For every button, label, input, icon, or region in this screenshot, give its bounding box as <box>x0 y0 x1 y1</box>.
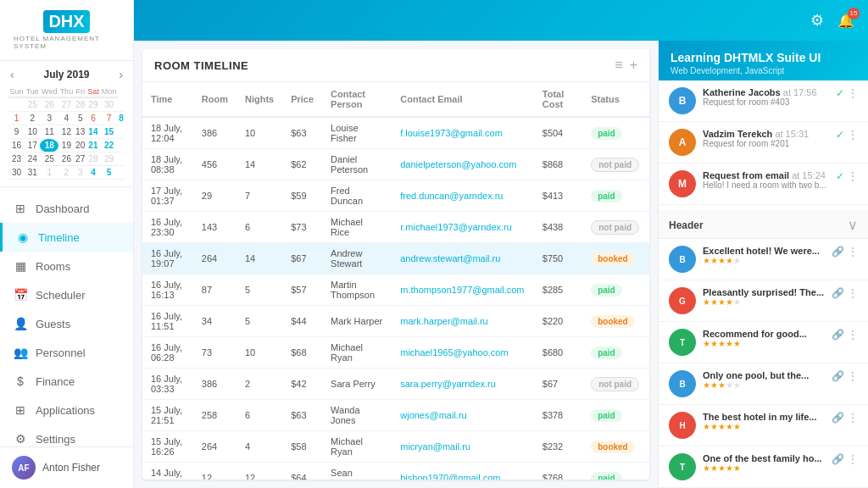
cal-day[interactable]: 14 <box>86 125 101 139</box>
cal-day[interactable]: 28 <box>86 152 101 166</box>
email-link[interactable]: f.louise1973@gmail.com <box>400 128 503 138</box>
cal-day[interactable]: 2 <box>25 112 40 125</box>
cal-day[interactable]: 29 <box>100 152 118 166</box>
cal-day[interactable]: 5 <box>75 112 86 125</box>
email-link[interactable]: mark.harper@mail.ru <box>400 316 487 326</box>
message-check-button[interactable]: ✓ <box>836 170 844 182</box>
sidebar-item-scheduler[interactable]: 📅 Scheduler <box>0 280 133 309</box>
sidebar-item-dashboard[interactable]: ⊞ Dashboard <box>0 194 133 223</box>
table-row[interactable]: 18 July, 08:38 456 14 $62 Daniel Peterso… <box>142 149 649 180</box>
sidebar-item-rooms[interactable]: ▦ Rooms <box>0 252 133 280</box>
cal-day[interactable]: 19 <box>58 139 75 152</box>
message-more-button[interactable]: ⋮ <box>848 129 858 141</box>
review-more-button[interactable]: ⋮ <box>848 370 858 382</box>
cal-day[interactable]: 13 <box>75 125 86 139</box>
cal-day[interactable]: 29 <box>86 97 101 112</box>
notifications-icon[interactable]: 🔔 15 <box>837 13 854 29</box>
table-row[interactable]: 16 July, 06:28 73 10 $68 Michael Ryan mi… <box>142 337 649 369</box>
cal-day[interactable]: 7 <box>100 112 118 125</box>
message-item[interactable]: B Katherine Jacobs at 17:56 Request for … <box>659 80 868 122</box>
sidebar-item-applications[interactable]: ⊞ Applications <box>0 396 133 424</box>
review-item[interactable]: B Excellent hotel! We were... ★★★★★ 🔗 ⋮ <box>659 239 868 280</box>
email-link[interactable]: micryan@mail.ru <box>400 441 470 452</box>
email-link[interactable]: danielpeterson@yahoo.com <box>400 159 516 169</box>
message-more-button[interactable]: ⋮ <box>848 170 858 182</box>
table-row[interactable]: 16 July, 11:51 34 5 $44 Mark Harper mark… <box>142 306 649 337</box>
settings-header-icon[interactable]: ⚙ <box>810 11 824 30</box>
sidebar-item-personnel[interactable]: 👥 Personnel <box>0 338 133 367</box>
email-link[interactable]: wjones@mail.ru <box>400 410 466 420</box>
cal-day[interactable]: 2 <box>58 166 75 180</box>
review-item[interactable]: T Recommend for good... ★★★★★ 🔗 ⋮ <box>659 322 868 363</box>
email-link[interactable]: sara.perry@yarndex.ru <box>400 379 496 389</box>
cal-day[interactable]: 20 <box>75 139 86 152</box>
cal-day[interactable]: 30 <box>100 97 118 112</box>
table-row[interactable]: 18 July, 12:04 386 10 $63 Louise Fisher … <box>142 117 649 149</box>
review-item[interactable]: H The best hotel in my life... ★★★★★ 🔗 ⋮ <box>659 405 868 446</box>
cal-next-button[interactable]: › <box>117 68 125 81</box>
cal-day[interactable]: 23 <box>8 152 25 166</box>
cal-day[interactable]: 3 <box>40 112 58 125</box>
cal-day[interactable]: 27 <box>58 97 75 112</box>
cal-day[interactable]: 4 <box>86 166 101 180</box>
email-link[interactable]: fred.duncan@yarndex.ru <box>400 191 503 201</box>
cal-day[interactable]: 1 <box>40 166 58 180</box>
cal-day[interactable] <box>8 97 25 112</box>
add-button[interactable]: + <box>630 58 637 73</box>
user-area[interactable]: AF Anton Fisher <box>0 446 133 488</box>
email-link[interactable]: r.michael1973@yarndex.ru <box>400 222 512 232</box>
table-row[interactable]: 16 July, 03:33 386 2 $42 Sara Perry sara… <box>142 369 649 400</box>
cal-day[interactable]: 12 <box>58 125 75 139</box>
review-link-button[interactable]: 🔗 <box>832 453 844 465</box>
cal-day[interactable]: 17 <box>25 139 40 152</box>
cal-day[interactable]: 25 <box>25 97 40 112</box>
table-row[interactable]: 16 July, 19:07 264 14 $67 Andrew Stewart… <box>142 243 649 274</box>
email-link[interactable]: andrew.stewart@mail.ru <box>400 253 500 263</box>
review-link-button[interactable]: 🔗 <box>832 329 844 341</box>
cal-day[interactable]: 22 <box>100 139 118 152</box>
review-item[interactable]: G Pleasantly surprised! The... ★★★★★ 🔗 ⋮ <box>659 280 868 322</box>
message-item[interactable]: M Request from email at 15:24 Hello! I n… <box>659 164 868 205</box>
email-link[interactable]: bishop1970@gmail.com <box>400 473 500 480</box>
review-more-button[interactable]: ⋮ <box>848 412 858 424</box>
cal-day[interactable]: 21 <box>86 139 101 152</box>
cal-day[interactable]: 15 <box>100 125 118 139</box>
cal-day[interactable]: 30 <box>8 166 25 180</box>
cal-day[interactable]: 8 <box>118 112 125 125</box>
cal-day[interactable]: 26 <box>40 97 58 112</box>
cal-day[interactable]: 1 <box>8 112 25 125</box>
cal-day[interactable]: 9 <box>8 125 25 139</box>
table-row[interactable]: 16 July, 16:13 87 5 $57 Martin Thompson … <box>142 274 649 306</box>
review-item[interactable]: B Only one pool, but the... ★★★★★ 🔗 ⋮ <box>659 363 868 405</box>
review-item[interactable]: T One of the best family ho... ★★★★★ 🔗 ⋮ <box>659 446 868 488</box>
cal-day[interactable]: 4 <box>58 112 75 125</box>
cal-day[interactable]: 18 <box>40 139 58 152</box>
cal-prev-button[interactable]: ‹ <box>8 68 16 81</box>
review-link-button[interactable]: 🔗 <box>832 412 844 424</box>
cal-day[interactable]: 25 <box>40 152 58 166</box>
cal-day[interactable]: 11 <box>40 125 58 139</box>
cal-day[interactable]: 10 <box>25 125 40 139</box>
table-row[interactable]: 15 July, 16:26 264 4 $58 Michael Ryan mi… <box>142 431 649 463</box>
message-check-button[interactable]: ✓ <box>836 129 844 141</box>
review-link-button[interactable]: 🔗 <box>832 287 844 299</box>
review-more-button[interactable]: ⋮ <box>848 287 858 299</box>
sidebar-item-settings[interactable]: ⚙ Settings <box>0 424 133 446</box>
cal-day[interactable]: 26 <box>58 152 75 166</box>
email-link[interactable]: michael1965@yahoo.com <box>400 347 508 358</box>
cal-day[interactable]: 24 <box>25 152 40 166</box>
sidebar-item-finance[interactable]: $ Finance <box>0 367 133 396</box>
cal-day[interactable]: 16 <box>8 139 25 152</box>
review-more-button[interactable]: ⋮ <box>848 453 858 465</box>
sidebar-item-guests[interactable]: 👤 Guests <box>0 309 133 338</box>
cal-day[interactable]: 6 <box>86 112 101 125</box>
table-row[interactable]: 15 July, 21:51 258 6 $63 Wanda Jones wjo… <box>142 400 649 431</box>
message-item[interactable]: A Vadzim Terekch at 15:31 Request for ro… <box>659 122 868 164</box>
review-link-button[interactable]: 🔗 <box>832 246 844 258</box>
cal-day[interactable]: 28 <box>75 97 86 112</box>
table-row[interactable]: 17 July, 01:37 29 7 $59 Fred Duncan fred… <box>142 180 649 212</box>
review-more-button[interactable]: ⋮ <box>848 246 858 258</box>
cal-day[interactable]: 27 <box>75 152 86 166</box>
email-link[interactable]: m.thompson1977@gmail.com <box>400 285 524 295</box>
table-row[interactable]: 16 July, 23:30 143 6 $73 Michael Rice r.… <box>142 212 649 243</box>
